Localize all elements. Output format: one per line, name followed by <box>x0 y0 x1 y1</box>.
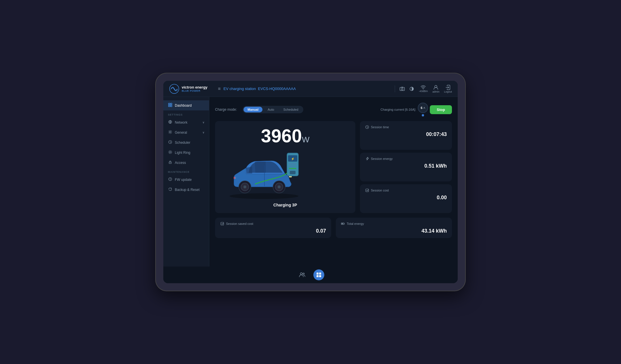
svg-rect-7 <box>170 103 172 105</box>
session-saved-cost-title: Session saved cost <box>220 222 326 226</box>
scheduler-label: Scheduler <box>175 141 190 145</box>
session-energy-title: Session energy <box>365 157 447 161</box>
lightning-icon <box>365 157 369 161</box>
total-energy-value: 43.14 kWh <box>341 228 447 234</box>
theme-toggle-button[interactable] <box>409 87 414 91</box>
bottom-stats-row: Session saved cost 0.07 Total energy <box>215 218 452 238</box>
access-label: Access <box>175 161 186 165</box>
charging-status-label: Charging 3P <box>273 203 297 207</box>
sidebar-item-access[interactable]: Access <box>163 158 209 168</box>
svg-rect-44 <box>317 273 319 275</box>
network-label: Network <box>175 120 187 124</box>
svg-point-16 <box>170 162 170 163</box>
bottom-nav-dashboard[interactable] <box>313 269 324 280</box>
current-value-badge: 6 A <box>418 103 428 113</box>
app-sub: BLUE POWER <box>182 89 208 92</box>
settings-section-label: SETTINGS <box>163 110 209 117</box>
svg-rect-8 <box>168 105 170 107</box>
svg-point-42 <box>300 273 302 275</box>
svg-rect-2 <box>401 87 403 88</box>
tab-scheduled[interactable]: Scheduled <box>279 107 302 112</box>
session-cost-title: Session cost <box>365 188 447 192</box>
stop-button[interactable]: Stop <box>430 105 452 114</box>
tab-auto[interactable]: Auto <box>264 107 278 112</box>
scheduler-icon <box>168 140 172 145</box>
content-area: Charge mode: Manual Auto Scheduled Charg… <box>209 97 458 267</box>
logout-button[interactable]: Logout <box>444 85 452 93</box>
svg-rect-45 <box>319 273 321 275</box>
tablet-frame: victron energy BLUE POWER ≡ EV charging … <box>155 73 466 291</box>
svg-rect-41 <box>342 223 343 224</box>
bottom-nav <box>163 267 458 283</box>
admin-label: admin <box>432 90 440 93</box>
fw-update-label: FW update <box>175 178 192 182</box>
maintenance-section-label: MAINTENANCE <box>163 168 209 175</box>
sidebar-item-network[interactable]: Network ∨ <box>163 117 209 127</box>
tab-manual[interactable]: Manual <box>244 107 262 112</box>
saved-cost-icon <box>220 222 224 226</box>
session-time-value: 00:07:43 <box>365 131 447 137</box>
session-saved-cost-value: 0.07 <box>220 228 326 234</box>
svg-point-18 <box>229 193 298 199</box>
main-power-card: 3960W <box>215 121 355 213</box>
cost-icon <box>365 188 369 192</box>
fw-update-icon <box>168 177 172 182</box>
screenshot-button[interactable] <box>400 87 405 91</box>
header-title: EV charging station EVCS-HQ0000AAAAA <box>223 87 296 91</box>
svg-text:⚡: ⚡ <box>291 157 295 161</box>
svg-rect-39 <box>221 222 224 225</box>
sidebar-item-backup-reset[interactable]: Backup & Reset <box>163 185 209 195</box>
sidebar-item-light-ring[interactable]: Light Ring <box>163 147 209 158</box>
total-energy-title: Total energy <box>341 222 447 226</box>
light-ring-icon <box>168 150 172 155</box>
svg-rect-38 <box>366 189 369 192</box>
svg-rect-34 <box>289 166 296 167</box>
svg-rect-33 <box>289 163 296 164</box>
session-saved-cost-card: Session saved cost 0.07 <box>215 218 331 238</box>
general-chevron: ∨ <box>202 131 204 134</box>
svg-rect-28 <box>234 177 235 179</box>
main-layout: Dashboard SETTINGS Network ∨ <box>163 97 458 267</box>
header: victron energy BLUE POWER ≡ EV charging … <box>163 81 458 97</box>
svg-point-3 <box>401 88 403 90</box>
sidebar-item-fw-update[interactable]: FW update <box>163 175 209 185</box>
tablet-screen: victron energy BLUE POWER ≡ EV charging … <box>163 81 458 283</box>
header-nav: ≡ EV charging station EVCS-HQ0000AAAAA <box>215 86 395 91</box>
svg-rect-36 <box>290 171 296 174</box>
bottom-nav-users[interactable] <box>297 269 308 280</box>
charge-mode-tabs: Manual Auto Scheduled <box>243 106 303 113</box>
svg-rect-9 <box>170 105 172 107</box>
header-divider <box>395 85 395 92</box>
power-reading: 3960W <box>261 127 310 145</box>
sidebar-item-dashboard[interactable]: Dashboard <box>163 100 209 110</box>
charge-mode-label: Charge mode: <box>215 108 237 112</box>
logo-text-block: victron energy BLUE POWER <box>182 85 208 93</box>
header-actions: -43dBm admin Logout <box>395 85 452 93</box>
network-icon <box>168 120 172 125</box>
access-icon <box>168 160 172 165</box>
light-ring-label: Light Ring <box>175 151 190 155</box>
wifi-status: -43dBm <box>419 85 428 93</box>
menu-icon[interactable]: ≡ <box>218 86 221 91</box>
clock-icon <box>365 125 369 129</box>
logo-area: victron energy BLUE POWER <box>169 84 215 94</box>
general-label: General <box>175 131 187 135</box>
svg-point-22 <box>278 185 281 188</box>
logout-label: Logout <box>444 90 452 93</box>
sidebar-item-scheduler[interactable]: Scheduler <box>163 137 209 147</box>
session-energy-value: 0.51 kWh <box>365 163 447 169</box>
app-name: victron energy <box>182 85 208 90</box>
dashboard-grid: 3960W <box>215 121 452 213</box>
admin-button[interactable]: admin <box>432 85 440 93</box>
stats-column: Session time 00:07:43 Session energy <box>360 121 452 213</box>
wifi-signal-label: -43dBm <box>419 90 428 93</box>
session-time-card: Session time 00:07:43 <box>360 121 452 150</box>
car-illustration: ⚡ <box>221 149 350 203</box>
sidebar-dashboard-label: Dashboard <box>175 104 192 108</box>
general-icon <box>168 130 172 135</box>
sidebar-item-general[interactable]: General ∨ <box>163 127 209 137</box>
dashboard-icon <box>168 103 172 108</box>
victron-logo-icon <box>169 84 179 94</box>
svg-point-11 <box>170 131 171 133</box>
session-cost-value: 0.00 <box>365 195 447 201</box>
